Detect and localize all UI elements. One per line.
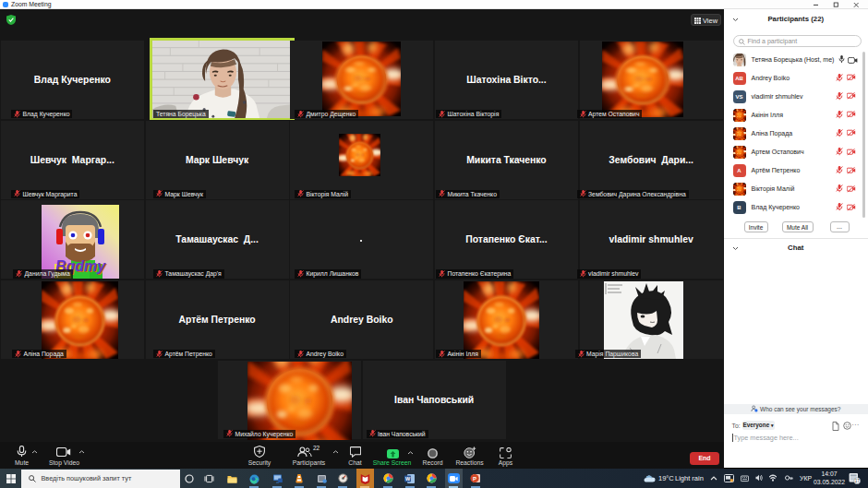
svg-text:17: 17: [854, 479, 860, 483]
svg-text:P: P: [473, 476, 476, 482]
svg-text:W: W: [405, 475, 411, 481]
